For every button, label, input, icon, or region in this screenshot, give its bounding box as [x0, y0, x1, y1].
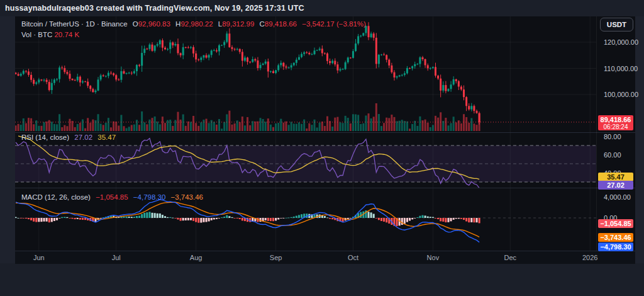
attribution-bar: hussaynabdulraqeeb03 created with Tradin…	[0, 0, 644, 16]
time-axis-label: Jun	[33, 251, 45, 264]
macd-legend[interactable]: MACD (12, 26, close) −1,054.85 −4,798.30…	[21, 193, 206, 201]
rsi-ma-value: 35.47	[97, 134, 116, 141]
rsi-label: RSI (14, close)	[21, 134, 69, 141]
time-axis-label: 2026	[582, 251, 597, 264]
macd-tick-label: 4,000.00	[604, 193, 631, 202]
time-axis-label: Nov	[427, 251, 440, 264]
close-label: C	[260, 20, 265, 28]
rsi-value: 27.02	[74, 134, 92, 141]
macd-signal-badge: −3,743.46	[598, 233, 633, 242]
time-axis-label: Dec	[504, 251, 516, 264]
footer-bar: TradingView	[0, 263, 644, 296]
time-axis-label: Aug	[190, 251, 203, 264]
last-price-badge: 89,418.66 06:28:24	[598, 115, 633, 130]
open-value: 92,960.83	[138, 20, 170, 28]
high-value: 92,980.22	[180, 20, 213, 28]
macd-label: MACD (12, 26, close)	[21, 193, 91, 201]
time-axis-label: Oct	[348, 251, 358, 264]
low-value: 89,312.99	[222, 20, 254, 28]
price-tick-label: 120,000.00	[604, 38, 638, 47]
price-tick-label: 110,000.00	[604, 64, 638, 73]
rsi-ma-badge: 35.47	[598, 173, 633, 181]
tradingview-snapshot: hussaynabdulraqeeb03 created with Tradin…	[0, 0, 644, 296]
time-axis-label: Jul	[112, 251, 121, 264]
symbol-title[interactable]: Bitcoin / TetherUS · 1D · Binance	[21, 20, 128, 28]
macd-hist-value: −1,054.85	[96, 193, 128, 201]
rsi-tick-label: 80.00	[604, 132, 621, 141]
attribution-text: hussaynabdulraqeeb03 created with Tradin…	[5, 0, 304, 16]
price-tick-label: 100,000.00	[604, 90, 638, 99]
close-value: 89,418.66	[265, 20, 297, 28]
change-value: −3,542.17 (−3.81%)	[302, 20, 366, 28]
symbol-legend[interactable]: Bitcoin / TetherUS · 1D · Binance O92,96…	[21, 20, 369, 28]
chart-area[interactable]: Bitcoin / TetherUS · 1D · Binance O92,96…	[15, 16, 635, 263]
rsi-tick-label: 60.00	[604, 151, 621, 159]
rsi-badge: 27.02	[598, 181, 633, 190]
open-label: O	[133, 20, 138, 28]
bar-countdown: 06:28:24	[598, 124, 633, 130]
time-axis-label: Sep	[270, 251, 282, 264]
volume-value: 20.74 K	[54, 31, 79, 38]
macd-signal-value: −3,743.46	[171, 193, 203, 201]
time-axis[interactable]: JunJulAugSepOctNovDec2026	[15, 251, 635, 264]
currency-toggle-button[interactable]: USDT	[600, 18, 633, 31]
macd-hist-badge: −1,054.85	[598, 219, 633, 228]
rsi-legend[interactable]: RSI (14, close) 27.02 35.47	[21, 134, 119, 141]
macd-line-badge: −4,798.30	[598, 242, 633, 251]
volume-label: Vol · BTC	[21, 31, 52, 38]
macd-line-value: −4,798.30	[133, 193, 165, 201]
volume-legend[interactable]: Vol · BTC 20.74 K	[21, 31, 79, 38]
